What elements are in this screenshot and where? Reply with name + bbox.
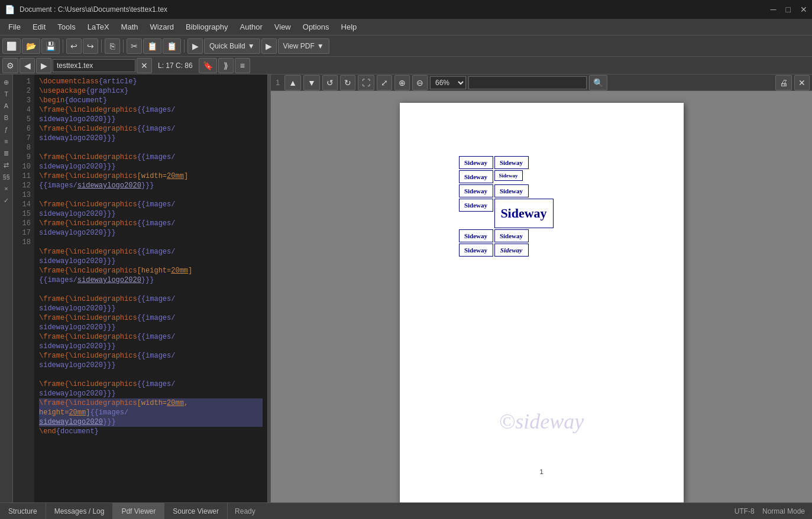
filename-input[interactable]	[53, 59, 135, 72]
left-icon-4[interactable]: B	[1, 112, 12, 123]
pdf-content[interactable]: Sideway Sideway Sideway Sideway Sideway …	[271, 91, 812, 502]
code-line-11	[39, 238, 263, 247]
menu-bibliography[interactable]: Bibliography	[180, 20, 234, 34]
encoding-label: UTF-8	[735, 507, 755, 515]
ln-12: 12	[17, 181, 31, 190]
zoom-select[interactable]: 66% 50% 75% 100%	[430, 76, 466, 89]
code-line-17b: sidewaylogo2020}}}	[39, 389, 263, 398]
left-icon-5[interactable]: ƒ	[1, 124, 12, 135]
left-icon-10[interactable]: ×	[1, 183, 12, 194]
line-col-display: L: 17 C: 86	[153, 61, 198, 70]
expand-button[interactable]: ⟫	[218, 58, 234, 73]
ln-17: 17	[17, 228, 31, 238]
menu-math[interactable]: Math	[115, 20, 144, 34]
prev-file-button[interactable]: ◀	[20, 58, 35, 73]
code-line-8	[39, 190, 263, 200]
undo-button[interactable]: ↩	[66, 38, 82, 54]
pdf-zoom-out-button[interactable]: ⊖	[412, 75, 428, 90]
menu-wizard[interactable]: Wizard	[144, 20, 180, 34]
code-line-12c: \frame{\includegraphics[height=20mm]	[39, 266, 263, 275]
copy-button[interactable]: 📋	[143, 38, 161, 54]
maximize-button[interactable]: □	[786, 5, 791, 14]
code-line-3: \begin{document}	[39, 96, 263, 105]
pdf-print-button[interactable]: 🖨	[775, 75, 792, 90]
run-button[interactable]: ▶	[187, 38, 203, 54]
code-line-17e: sidewaylogo2020}}}	[39, 417, 263, 427]
settings-button[interactable]: ⚙	[2, 58, 18, 73]
ln-3: 3	[17, 96, 31, 105]
left-icon-6[interactable]: ≡	[1, 136, 12, 147]
pdf-search-button[interactable]: 🔍	[589, 75, 607, 90]
left-icon-3[interactable]: A	[1, 100, 12, 111]
menu-file[interactable]: File	[2, 20, 27, 34]
ln-9: 9	[17, 153, 31, 162]
menu-edit[interactable]: Edit	[27, 20, 51, 34]
quick-build-button[interactable]: Quick Build ▼	[204, 38, 260, 54]
pdf-zoom-in-button[interactable]: ⊕	[394, 75, 410, 90]
tab-structure[interactable]: Structure	[0, 503, 46, 520]
left-icon-9[interactable]: §§	[1, 171, 12, 182]
minimize-button[interactable]: ─	[771, 5, 777, 14]
sw-logo-8: Sideway	[494, 199, 554, 228]
close-file-button[interactable]: ✕	[137, 58, 152, 73]
menu-options[interactable]: Options	[297, 20, 335, 34]
menubar: File Edit Tools LaTeX Math Wizard Biblio…	[0, 19, 812, 35]
ln-8: 8	[17, 143, 31, 153]
ln-15: 15	[17, 209, 31, 219]
sw-row-1: Sideway Sideway	[459, 156, 554, 169]
editor-content[interactable]: 1 2 3 4 5 6 7 8 9 10 11 12 13 14 15 16	[13, 74, 267, 502]
ln-6: 6	[17, 124, 31, 134]
view-pdf-button[interactable]: View PDF ▼	[278, 38, 329, 54]
ln-18: 18	[17, 238, 31, 247]
code-line-5b: sidewaylogo2020}}}	[39, 134, 263, 143]
menu-author[interactable]: Author	[234, 20, 268, 34]
sw-logo-9: Sideway	[459, 229, 493, 242]
tab-pdf-viewer[interactable]: Pdf Viewer	[113, 503, 164, 520]
redo-button[interactable]: ↪	[83, 38, 98, 54]
sw-logo-1: Sideway	[459, 156, 493, 169]
app-icon: 📄	[5, 5, 15, 14]
view-pdf-dropdown-icon: ▼	[317, 42, 324, 50]
mode-label: Normal Mode	[762, 507, 805, 515]
cut-button[interactable]: ✂	[127, 38, 142, 54]
code-line-9: \frame{\includegraphics{{images/	[39, 200, 263, 209]
run2-button[interactable]: ▶	[261, 38, 277, 54]
pdf-fitw-button[interactable]: ⤢	[377, 75, 392, 90]
pdf-rotate-left-button[interactable]: ↺	[322, 75, 338, 90]
pdf-rotate-right-button[interactable]: ↻	[340, 75, 355, 90]
code-line-12b: sidewaylogo2020}}}	[39, 257, 263, 266]
next-file-button[interactable]: ▶	[36, 58, 51, 73]
pdf-close-button[interactable]: ✕	[794, 75, 810, 90]
encoding-mode: UTF-8 Normal Mode	[727, 507, 812, 515]
tab-messages[interactable]: Messages / Log	[46, 503, 114, 520]
close-button[interactable]: ✕	[800, 5, 807, 14]
left-icon-1[interactable]: ⊕	[1, 77, 12, 87]
paste-button[interactable]: 📋	[163, 38, 181, 54]
bookmark-button[interactable]: 🔖	[199, 58, 217, 73]
pdf-search-input[interactable]	[468, 76, 587, 89]
quick-build-label: Quick Build	[209, 42, 245, 50]
sw-logo-6: Sideway	[494, 184, 529, 197]
menu-view[interactable]: View	[268, 20, 297, 34]
new-button[interactable]: ⬜	[2, 38, 21, 54]
left-icon-11[interactable]: ✓	[1, 195, 12, 206]
structure-button[interactable]: ≡	[235, 58, 250, 73]
code-line-14d: sidewaylogo2020}}}	[39, 323, 263, 332]
pdf-fit-button[interactable]: ⛶	[358, 75, 374, 90]
pdf-up-button[interactable]: ▲	[284, 75, 301, 90]
open-button[interactable]: 📂	[22, 38, 40, 54]
sw-row-4: Sideway Sideway	[459, 199, 554, 228]
left-icon-8[interactable]: ⇄	[1, 160, 12, 170]
menu-help[interactable]: Help	[335, 20, 363, 34]
ln-14: 14	[17, 200, 31, 209]
code-editor[interactable]: \documentclass{article} \usepackage{grap…	[34, 74, 267, 502]
left-icon-7[interactable]: ≣	[1, 148, 12, 158]
copy2-button[interactable]: ⎘	[105, 38, 120, 54]
left-icon-2[interactable]: T	[1, 89, 12, 99]
menu-latex[interactable]: LaTeX	[82, 20, 115, 34]
menu-tools[interactable]: Tools	[51, 20, 81, 34]
tab-source-viewer[interactable]: Source Viewer	[164, 503, 228, 520]
quick-build-dropdown-icon: ▼	[248, 42, 255, 50]
pdf-down-button[interactable]: ▼	[303, 75, 320, 90]
save-button[interactable]: 💾	[41, 38, 60, 54]
